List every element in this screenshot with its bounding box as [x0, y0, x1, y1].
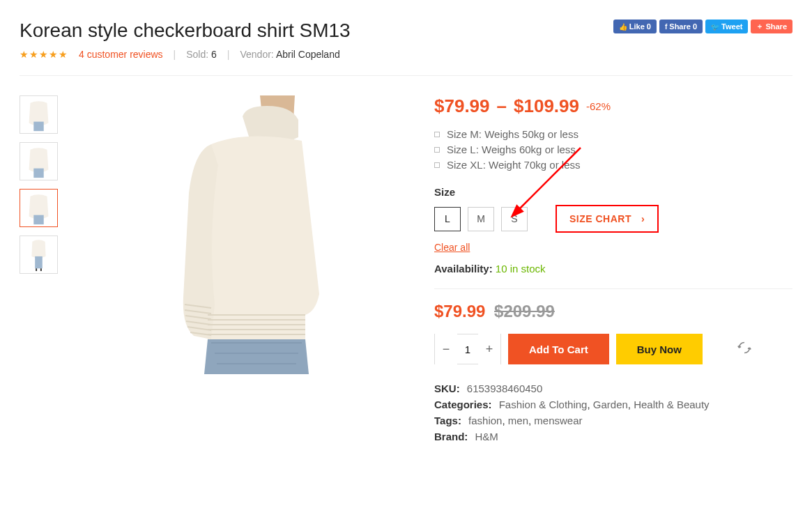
twitter-icon: 🐦 — [711, 23, 719, 31]
divider — [20, 75, 792, 76]
tag-link[interactable]: fashion — [468, 415, 502, 426]
qty-input[interactable] — [457, 344, 478, 355]
size-option-s[interactable]: S — [501, 207, 528, 231]
vendor: Vendor: Abril Copeland — [240, 49, 339, 60]
size-notes: Size M: Weighs 50kg or less Size L: Weig… — [434, 128, 792, 171]
price-range: $79.99 – $109.99 -62% — [434, 95, 792, 117]
quantity-stepper[interactable]: − + — [434, 334, 501, 364]
tag-link[interactable]: menswear — [534, 415, 582, 426]
discount-badge: -62% — [586, 100, 611, 112]
divider — [434, 288, 792, 289]
qty-plus-button[interactable]: + — [478, 334, 500, 364]
thumbs-up-icon: 👍 — [619, 23, 627, 31]
size-chart-button[interactable]: SIZE CHART › — [556, 205, 659, 233]
svg-rect-3 — [33, 169, 43, 178]
add-to-cart-button[interactable]: Add To Cart — [508, 334, 609, 364]
thumbnail[interactable] — [20, 95, 58, 134]
chevron-right-icon: › — [641, 213, 645, 224]
final-price: $79.99 $209.99 — [434, 302, 792, 321]
plus-icon: ＋ — [756, 22, 763, 31]
compare-icon[interactable] — [737, 341, 751, 357]
clear-all-link[interactable]: Clear all — [434, 242, 470, 253]
list-item: Size L: Weighs 60kg or less — [434, 144, 792, 155]
main-product-image[interactable] — [79, 95, 413, 395]
size-option-l[interactable]: L — [434, 207, 461, 231]
thumbnail[interactable] — [20, 189, 58, 227]
rating-stars: ★★★★★ — [20, 49, 68, 60]
sku-row: SKU: 6153938460450 — [434, 383, 792, 394]
thumbnail-list — [20, 95, 58, 447]
size-option-m[interactable]: M — [468, 207, 494, 231]
fb-like-button[interactable]: 👍Like 0 — [613, 20, 657, 33]
tags-row: Tags: fashion, men, menswear — [434, 415, 792, 426]
svg-rect-1 — [33, 122, 43, 131]
categories-row: Categories: Fashion & Clothing, Garden, … — [434, 399, 792, 410]
divider: | — [174, 49, 176, 60]
fb-icon: f — [665, 23, 667, 31]
category-link[interactable]: Fashion & Clothing — [499, 399, 588, 410]
thumbnail[interactable] — [20, 142, 58, 180]
tag-link[interactable]: men — [508, 415, 528, 426]
list-item: Size M: Weighs 50kg or less — [434, 128, 792, 140]
brand-link[interactable]: H&M — [475, 431, 498, 442]
addthis-share-button[interactable]: ＋Share — [751, 20, 792, 33]
product-title: Korean style checkerboard shirt SM13 — [20, 20, 351, 42]
svg-rect-7 — [35, 256, 43, 268]
fb-share-button[interactable]: fShare 0 — [659, 20, 703, 33]
svg-rect-5 — [33, 215, 43, 224]
category-link[interactable]: Health & Beauty — [634, 399, 709, 410]
buy-now-button[interactable]: Buy Now — [616, 334, 703, 364]
availability: Availability: 10 in stock — [434, 263, 792, 275]
sold-label: Sold: 6 — [186, 49, 217, 60]
thumbnail[interactable] — [20, 236, 58, 274]
reviews-link[interactable]: 4 customer reviews — [79, 49, 163, 60]
size-label: Size — [434, 186, 792, 198]
tweet-button[interactable]: 🐦Tweet — [705, 20, 748, 33]
list-item: Size XL: Weight 70kg or less — [434, 159, 792, 171]
brand-row: Brand: H&M — [434, 431, 792, 442]
category-link[interactable]: Garden — [593, 399, 628, 410]
qty-minus-button[interactable]: − — [435, 334, 457, 364]
divider: | — [227, 49, 230, 60]
